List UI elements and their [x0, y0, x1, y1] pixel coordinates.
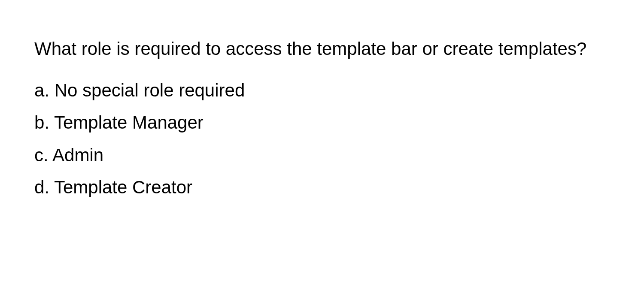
- option-d: d. Template Creator: [34, 173, 610, 202]
- option-text: Admin: [52, 145, 103, 165]
- option-label: c.: [34, 145, 49, 165]
- option-text: Template Manager: [54, 112, 204, 132]
- option-a: a. No special role required: [34, 76, 610, 105]
- option-b: b. Template Manager: [34, 108, 610, 137]
- option-label: b.: [34, 112, 49, 132]
- option-c: c. Admin: [34, 141, 610, 169]
- options-list: a. No special role required b. Template …: [34, 76, 610, 202]
- option-text: No special role required: [55, 80, 245, 100]
- option-text: Template Creator: [54, 177, 192, 197]
- option-label: d.: [34, 177, 49, 197]
- option-label: a.: [34, 80, 49, 100]
- question-text: What role is required to access the temp…: [34, 34, 610, 63]
